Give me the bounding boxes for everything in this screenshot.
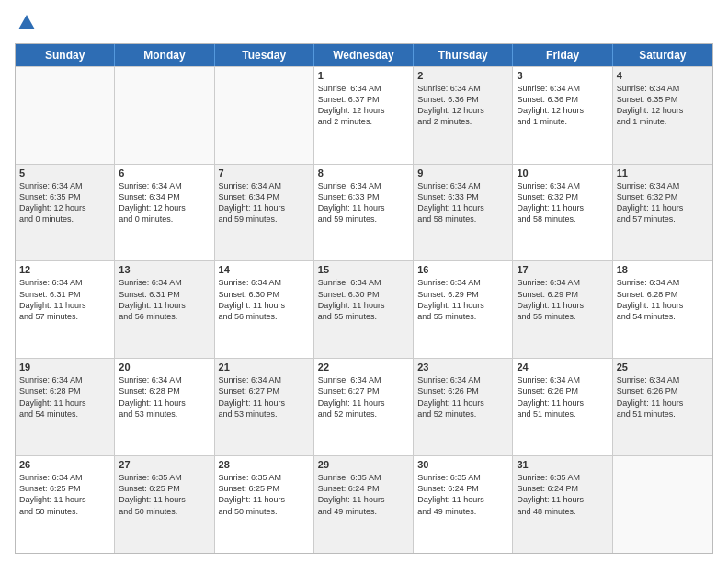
weekday-header: Thursday [414,44,513,66]
day-number: 14 [219,264,310,275]
weekday-header: Friday [513,44,612,66]
cell-info: Sunrise: 6:34 AM Sunset: 6:32 PM Dayligh… [617,180,709,225]
day-number: 20 [119,362,210,373]
day-number: 31 [517,459,608,470]
day-number: 27 [119,459,210,470]
day-number: 30 [417,459,508,470]
calendar-cell [115,67,214,164]
calendar-cell: 20Sunrise: 6:34 AM Sunset: 6:28 PM Dayli… [115,359,214,455]
day-number: 28 [219,459,310,470]
cell-info: Sunrise: 6:34 AM Sunset: 6:35 PM Dayligh… [617,83,709,128]
calendar-cell: 29Sunrise: 6:35 AM Sunset: 6:24 PM Dayli… [314,456,414,553]
day-number: 3 [517,70,608,81]
calendar-cell: 31Sunrise: 6:35 AM Sunset: 6:24 PM Dayli… [513,456,612,553]
calendar-cell: 7Sunrise: 6:34 AM Sunset: 6:34 PM Daylig… [215,165,314,261]
calendar-cell [613,456,712,553]
calendar-cell: 19Sunrise: 6:34 AM Sunset: 6:28 PM Dayli… [16,359,115,455]
calendar-cell [215,67,314,164]
cell-info: Sunrise: 6:34 AM Sunset: 6:33 PM Dayligh… [318,180,409,225]
cell-info: Sunrise: 6:34 AM Sunset: 6:25 PM Dayligh… [19,472,110,517]
day-number: 23 [417,362,508,373]
page: SundayMondayTuesdayWednesdayThursdayFrid… [0,0,728,563]
calendar-cell: 5Sunrise: 6:34 AM Sunset: 6:35 PM Daylig… [16,165,115,261]
day-number: 16 [417,264,508,275]
logo-icon [17,13,37,33]
cell-info: Sunrise: 6:35 AM Sunset: 6:24 PM Dayligh… [517,472,608,517]
calendar-cell: 8Sunrise: 6:34 AM Sunset: 6:33 PM Daylig… [314,165,414,261]
calendar-cell: 3Sunrise: 6:34 AM Sunset: 6:36 PM Daylig… [513,67,612,164]
cell-info: Sunrise: 6:34 AM Sunset: 6:27 PM Dayligh… [219,374,310,419]
cell-info: Sunrise: 6:35 AM Sunset: 6:24 PM Dayligh… [318,472,409,517]
day-number: 19 [19,362,110,373]
calendar-cell: 18Sunrise: 6:34 AM Sunset: 6:28 PM Dayli… [613,261,712,358]
svg-marker-0 [18,15,35,29]
day-number: 21 [219,362,310,373]
calendar-cell: 12Sunrise: 6:34 AM Sunset: 6:31 PM Dayli… [16,261,115,358]
cell-info: Sunrise: 6:34 AM Sunset: 6:34 PM Dayligh… [219,180,310,225]
cell-info: Sunrise: 6:34 AM Sunset: 6:30 PM Dayligh… [318,277,409,322]
cell-info: Sunrise: 6:35 AM Sunset: 6:25 PM Dayligh… [219,472,310,517]
cell-info: Sunrise: 6:34 AM Sunset: 6:35 PM Dayligh… [19,180,110,225]
calendar-cell: 23Sunrise: 6:34 AM Sunset: 6:26 PM Dayli… [414,359,513,455]
cell-info: Sunrise: 6:34 AM Sunset: 6:28 PM Dayligh… [19,374,110,419]
calendar-cell: 26Sunrise: 6:34 AM Sunset: 6:25 PM Dayli… [16,456,115,553]
calendar-cell: 1Sunrise: 6:34 AM Sunset: 6:37 PM Daylig… [314,67,414,164]
calendar-cell: 15Sunrise: 6:34 AM Sunset: 6:30 PM Dayli… [314,261,414,358]
day-number: 8 [318,167,409,178]
calendar-cell: 21Sunrise: 6:34 AM Sunset: 6:27 PM Dayli… [215,359,314,455]
calendar-row: 12Sunrise: 6:34 AM Sunset: 6:31 PM Dayli… [16,260,712,358]
weekday-header: Saturday [613,44,712,66]
weekday-header: Wednesday [314,44,414,66]
day-number: 2 [417,70,508,81]
calendar-cell: 25Sunrise: 6:34 AM Sunset: 6:26 PM Dayli… [613,359,712,455]
calendar-cell: 27Sunrise: 6:35 AM Sunset: 6:25 PM Dayli… [115,456,214,553]
calendar-cell: 11Sunrise: 6:34 AM Sunset: 6:32 PM Dayli… [613,165,712,261]
cell-info: Sunrise: 6:34 AM Sunset: 6:26 PM Dayligh… [417,374,508,419]
cell-info: Sunrise: 6:34 AM Sunset: 6:32 PM Dayligh… [517,180,608,225]
day-number: 12 [19,264,110,275]
calendar-cell: 4Sunrise: 6:34 AM Sunset: 6:35 PM Daylig… [613,67,712,164]
calendar-cell: 28Sunrise: 6:35 AM Sunset: 6:25 PM Dayli… [215,456,314,553]
day-number: 11 [617,167,709,178]
calendar-cell: 16Sunrise: 6:34 AM Sunset: 6:29 PM Dayli… [414,261,513,358]
calendar-body: 1Sunrise: 6:34 AM Sunset: 6:37 PM Daylig… [16,66,712,553]
cell-info: Sunrise: 6:34 AM Sunset: 6:26 PM Dayligh… [517,374,608,419]
calendar: SundayMondayTuesdayWednesdayThursdayFrid… [15,43,713,554]
calendar-cell: 22Sunrise: 6:34 AM Sunset: 6:27 PM Dayli… [314,359,414,455]
cell-info: Sunrise: 6:34 AM Sunset: 6:36 PM Dayligh… [417,83,508,128]
day-number: 15 [318,264,409,275]
weekday-header: Sunday [16,44,115,66]
day-number: 7 [219,167,310,178]
cell-info: Sunrise: 6:35 AM Sunset: 6:24 PM Dayligh… [417,472,508,517]
day-number: 26 [19,459,110,470]
day-number: 25 [617,362,709,373]
cell-info: Sunrise: 6:34 AM Sunset: 6:33 PM Dayligh… [417,180,508,225]
calendar-cell: 6Sunrise: 6:34 AM Sunset: 6:34 PM Daylig… [115,165,214,261]
cell-info: Sunrise: 6:34 AM Sunset: 6:36 PM Dayligh… [517,83,608,128]
header [15,9,713,38]
calendar-cell: 13Sunrise: 6:34 AM Sunset: 6:31 PM Dayli… [115,261,214,358]
calendar-row: 19Sunrise: 6:34 AM Sunset: 6:28 PM Dayli… [16,358,712,455]
calendar-cell [16,67,115,164]
cell-info: Sunrise: 6:34 AM Sunset: 6:37 PM Dayligh… [318,83,409,128]
calendar-cell: 9Sunrise: 6:34 AM Sunset: 6:33 PM Daylig… [414,165,513,261]
cell-info: Sunrise: 6:34 AM Sunset: 6:30 PM Dayligh… [219,277,310,322]
calendar-cell: 2Sunrise: 6:34 AM Sunset: 6:36 PM Daylig… [414,67,513,164]
calendar-row: 1Sunrise: 6:34 AM Sunset: 6:37 PM Daylig… [16,66,712,164]
calendar-cell: 17Sunrise: 6:34 AM Sunset: 6:29 PM Dayli… [513,261,612,358]
calendar-cell: 24Sunrise: 6:34 AM Sunset: 6:26 PM Dayli… [513,359,612,455]
cell-info: Sunrise: 6:34 AM Sunset: 6:29 PM Dayligh… [417,277,508,322]
calendar-row: 26Sunrise: 6:34 AM Sunset: 6:25 PM Dayli… [16,455,712,553]
cell-info: Sunrise: 6:34 AM Sunset: 6:31 PM Dayligh… [119,277,210,322]
weekday-header: Tuesday [215,44,314,66]
day-number: 9 [417,167,508,178]
weekday-header: Monday [115,44,214,66]
day-number: 4 [617,70,709,81]
day-number: 18 [617,264,709,275]
day-number: 5 [19,167,110,178]
cell-info: Sunrise: 6:34 AM Sunset: 6:28 PM Dayligh… [617,277,709,322]
calendar-cell: 10Sunrise: 6:34 AM Sunset: 6:32 PM Dayli… [513,165,612,261]
day-number: 24 [517,362,608,373]
day-number: 13 [119,264,210,275]
calendar-cell: 30Sunrise: 6:35 AM Sunset: 6:24 PM Dayli… [414,456,513,553]
